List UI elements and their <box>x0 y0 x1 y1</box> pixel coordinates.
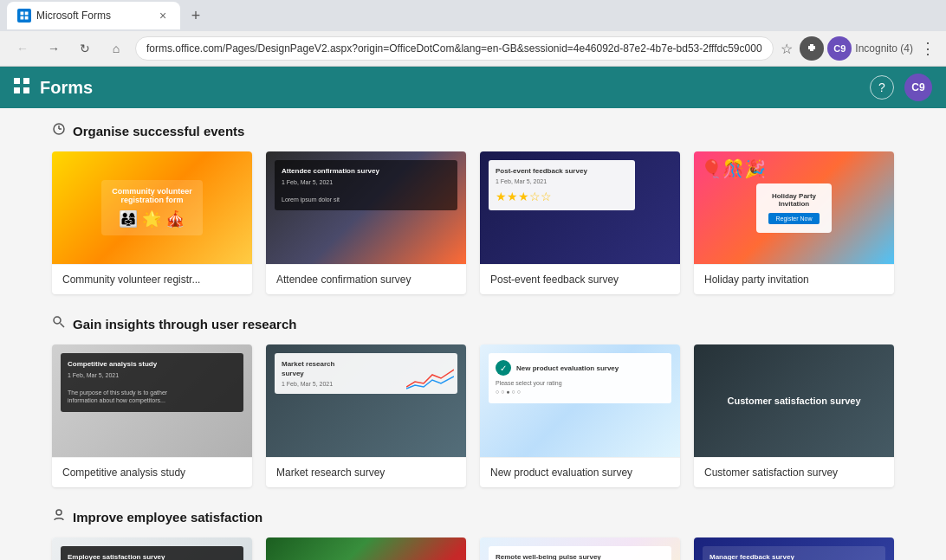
template-label-community-volunteer: Community volunteer registr... <box>52 264 252 294</box>
profile-button[interactable]: C9 <box>827 36 852 61</box>
template-thumbnail-post-event-feedback: Post-event feedback survey 1 Feb, Mar 5,… <box>480 151 680 264</box>
svg-rect-4 <box>14 78 20 84</box>
template-thumbnail-career-development: Career developmentsatisfaction survey 1 … <box>266 537 466 560</box>
template-label-competitive-analysis: Competitive analysis study <box>52 457 252 487</box>
incognito-label: Incognito (4) <box>855 42 913 55</box>
template-grid-events: Community volunteerregistration form 👨‍👩… <box>52 151 894 294</box>
template-thumbnail-community-volunteer: Community volunteerregistration form 👨‍👩… <box>52 151 252 264</box>
browser-menu-button[interactable]: ⋮ <box>920 39 936 58</box>
tab-bar: Microsoft Forms × + <box>0 0 946 31</box>
research-section-icon <box>52 315 66 332</box>
svg-rect-6 <box>14 87 20 93</box>
template-card-employee-satisfaction[interactable]: Employee satisfaction survey 1 Feb, Mar … <box>52 537 252 560</box>
svg-rect-0 <box>21 12 24 16</box>
template-thumbnail-market-research: Market research survey 1 Feb, Mar 5, 202… <box>266 344 466 457</box>
svg-rect-2 <box>21 16 24 20</box>
template-card-customer-satisfaction[interactable]: Customer satisfaction survey Customer sa… <box>694 344 894 487</box>
template-card-remote-wellbeing[interactable]: Remote well-being pulse survey 1 Feb, Ma… <box>480 537 680 560</box>
template-thumbnail-competitive-analysis: Competitive analysis study 1 Feb, Mar 5,… <box>52 344 252 457</box>
template-card-new-product-evaluation[interactable]: ✓ New product evaluation survey Please s… <box>480 344 680 487</box>
template-label-post-event-feedback: Post-event feedback survey <box>480 264 680 294</box>
home-button[interactable]: ⌂ <box>104 36 128 61</box>
svg-line-12 <box>61 324 65 328</box>
section-header-research: Gain insights through user research <box>52 315 894 332</box>
app-grid-icon[interactable] <box>14 78 29 98</box>
template-label-holiday-party: Holiday party invitation <box>694 264 894 294</box>
template-thumbnail-new-product-evaluation: ✓ New product evaluation survey Please s… <box>480 344 680 457</box>
back-button[interactable]: ← <box>10 36 35 61</box>
browser-chrome: Microsoft Forms × + ← → ↻ ⌂ ☆ C9 Incogni… <box>0 0 946 67</box>
extensions-icon[interactable] <box>800 36 824 61</box>
section-header-events: Organise successful events <box>52 122 894 139</box>
template-thumbnail-customer-satisfaction: Customer satisfaction survey <box>694 344 894 457</box>
template-label-new-product-evaluation: New product evaluation survey <box>480 457 680 487</box>
template-thumbnail-manager-feedback: Manager feedback survey 1 Feb, Mar 5, 20… <box>694 537 894 560</box>
tab-close-button[interactable]: × <box>156 9 170 23</box>
template-card-holiday-party[interactable]: 🎈🎊🎉 Holiday Party Invitation Register No… <box>694 151 894 294</box>
svg-rect-3 <box>25 16 29 20</box>
new-tab-button[interactable]: + <box>184 3 208 28</box>
section-research: Gain insights through user research Comp… <box>52 315 894 487</box>
template-card-market-research[interactable]: Market research survey 1 Feb, Mar 5, 202… <box>266 344 466 487</box>
template-card-competitive-analysis[interactable]: Competitive analysis study 1 Feb, Mar 5,… <box>52 344 252 487</box>
template-grid-research: Competitive analysis study 1 Feb, Mar 5,… <box>52 344 894 487</box>
svg-rect-5 <box>23 78 29 84</box>
template-thumbnail-remote-wellbeing: Remote well-being pulse survey 1 Feb, Ma… <box>480 537 680 560</box>
section-heading-research: Gain insights through user research <box>73 317 296 331</box>
user-avatar[interactable]: C9 <box>904 74 932 101</box>
template-label-attendee-confirmation: Attendee confirmation survey <box>266 264 466 294</box>
template-label-customer-satisfaction: Customer satisfaction survey <box>694 457 894 487</box>
template-card-manager-feedback[interactable]: Manager feedback survey 1 Feb, Mar 5, 20… <box>694 537 894 560</box>
employee-section-icon <box>52 508 66 525</box>
tab-favicon <box>17 9 31 23</box>
svg-rect-7 <box>23 87 29 93</box>
section-heading-employee: Improve employee satisfaction <box>73 510 262 525</box>
svg-point-13 <box>56 510 62 515</box>
svg-rect-1 <box>25 12 29 16</box>
url-input[interactable] <box>135 36 774 61</box>
app-title: Forms <box>40 78 93 98</box>
template-grid-employee: Employee satisfaction survey 1 Feb, Mar … <box>52 537 894 560</box>
template-thumbnail-attendee-confirmation: Attendee confirmation survey 1 Feb, Mar … <box>266 151 466 264</box>
template-thumbnail-employee-satisfaction: Employee satisfaction survey 1 Feb, Mar … <box>52 537 252 560</box>
template-card-career-development[interactable]: Career developmentsatisfaction survey 1 … <box>266 537 466 560</box>
help-button[interactable]: ? <box>870 75 894 100</box>
tab-title: Microsoft Forms <box>36 10 151 22</box>
app-header: Forms ? C9 <box>0 67 946 108</box>
reload-button[interactable]: ↻ <box>73 36 97 61</box>
section-employee: Improve employee satisfaction Employee s… <box>52 508 894 560</box>
forward-button[interactable]: → <box>42 36 66 61</box>
template-thumbnail-holiday-party: 🎈🎊🎉 Holiday Party Invitation Register No… <box>694 151 894 264</box>
section-header-employee: Improve employee satisfaction <box>52 508 894 525</box>
section-heading-events: Organise successful events <box>73 124 244 138</box>
section-events: Organise successful events Community vol… <box>52 122 894 294</box>
main-content: Organise successful events Community vol… <box>0 108 946 560</box>
active-tab[interactable]: Microsoft Forms × <box>7 2 180 29</box>
app-header-right: ? C9 <box>870 74 932 101</box>
events-section-icon <box>52 122 66 139</box>
template-card-attendee-confirmation[interactable]: Attendee confirmation survey 1 Feb, Mar … <box>266 151 466 294</box>
template-label-market-research: Market research survey <box>266 457 466 487</box>
svg-point-11 <box>54 317 61 324</box>
bookmark-icon[interactable]: ☆ <box>781 41 793 57</box>
template-card-community-volunteer[interactable]: Community volunteerregistration form 👨‍👩… <box>52 151 252 294</box>
template-card-post-event-feedback[interactable]: Post-event feedback survey 1 Feb, Mar 5,… <box>480 151 680 294</box>
address-bar: ← → ↻ ⌂ ☆ C9 Incognito (4) ⋮ <box>0 31 946 66</box>
